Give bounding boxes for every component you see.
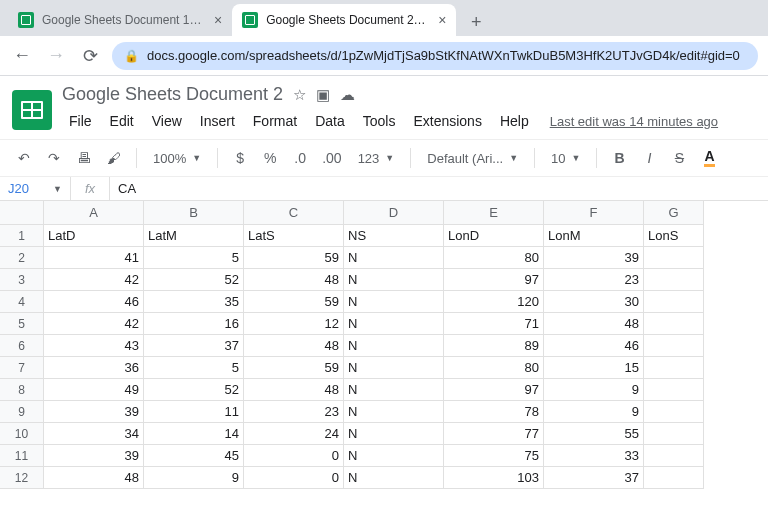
data-cell[interactable]: [644, 357, 704, 379]
strike-button[interactable]: S: [667, 145, 691, 171]
data-cell[interactable]: [644, 445, 704, 467]
data-cell[interactable]: N: [344, 379, 444, 401]
data-cell[interactable]: [644, 379, 704, 401]
data-cell[interactable]: [644, 291, 704, 313]
row-header[interactable]: 5: [0, 313, 44, 335]
back-button[interactable]: ←: [10, 45, 34, 66]
sheets-logo[interactable]: [12, 90, 52, 130]
menu-data[interactable]: Data: [308, 109, 352, 133]
data-cell[interactable]: 5: [144, 357, 244, 379]
reload-button[interactable]: ⟳: [78, 45, 102, 67]
data-cell[interactable]: 75: [444, 445, 544, 467]
menu-insert[interactable]: Insert: [193, 109, 242, 133]
close-icon[interactable]: ×: [438, 12, 446, 28]
data-cell[interactable]: [644, 269, 704, 291]
data-cell[interactable]: 0: [244, 467, 344, 489]
data-cell[interactable]: [644, 335, 704, 357]
paint-format-button[interactable]: 🖌: [102, 145, 126, 171]
data-cell[interactable]: [644, 313, 704, 335]
data-cell[interactable]: 14: [144, 423, 244, 445]
data-cell[interactable]: N: [344, 313, 444, 335]
row-header[interactable]: 6: [0, 335, 44, 357]
data-cell[interactable]: [644, 423, 704, 445]
data-cell[interactable]: 48: [544, 313, 644, 335]
data-cell[interactable]: [644, 467, 704, 489]
menu-help[interactable]: Help: [493, 109, 536, 133]
data-cell[interactable]: 59: [244, 357, 344, 379]
undo-button[interactable]: ↶: [12, 145, 36, 171]
column-header[interactable]: F: [544, 201, 644, 225]
data-cell[interactable]: 23: [244, 401, 344, 423]
decrease-decimal-button[interactable]: .0: [288, 145, 312, 171]
row-header[interactable]: 12: [0, 467, 44, 489]
data-cell[interactable]: 52: [144, 269, 244, 291]
data-cell[interactable]: LonD: [444, 225, 544, 247]
data-cell[interactable]: 80: [444, 247, 544, 269]
redo-button[interactable]: ↷: [42, 145, 66, 171]
data-cell[interactable]: N: [344, 269, 444, 291]
data-cell[interactable]: 0: [244, 445, 344, 467]
text-color-button[interactable]: A: [697, 145, 721, 171]
data-cell[interactable]: 30: [544, 291, 644, 313]
data-cell[interactable]: 52: [144, 379, 244, 401]
data-cell[interactable]: LonS: [644, 225, 704, 247]
data-cell[interactable]: 103: [444, 467, 544, 489]
row-header[interactable]: 10: [0, 423, 44, 445]
data-cell[interactable]: 59: [244, 247, 344, 269]
data-cell[interactable]: 39: [544, 247, 644, 269]
star-icon[interactable]: ☆: [293, 86, 306, 104]
spreadsheet-grid[interactable]: ABCDEFG1LatDLatMLatSNSLonDLonMLonS241559…: [0, 201, 768, 489]
currency-button[interactable]: $: [228, 145, 252, 171]
data-cell[interactable]: [644, 401, 704, 423]
data-cell[interactable]: 11: [144, 401, 244, 423]
print-button[interactable]: 🖶: [72, 145, 96, 171]
row-header[interactable]: 1: [0, 225, 44, 247]
data-cell[interactable]: 89: [444, 335, 544, 357]
data-cell[interactable]: 46: [44, 291, 144, 313]
data-cell[interactable]: 77: [444, 423, 544, 445]
row-header[interactable]: 3: [0, 269, 44, 291]
data-cell[interactable]: 16: [144, 313, 244, 335]
data-cell[interactable]: 48: [244, 269, 344, 291]
row-header[interactable]: 2: [0, 247, 44, 269]
data-cell[interactable]: N: [344, 335, 444, 357]
data-cell[interactable]: 23: [544, 269, 644, 291]
row-header[interactable]: 11: [0, 445, 44, 467]
data-cell[interactable]: LatS: [244, 225, 344, 247]
font-select[interactable]: Default (Ari...▼: [421, 151, 524, 166]
data-cell[interactable]: 36: [44, 357, 144, 379]
percent-button[interactable]: %: [258, 145, 282, 171]
increase-decimal-button[interactable]: .00: [318, 145, 345, 171]
data-cell[interactable]: 9: [544, 379, 644, 401]
data-cell[interactable]: 46: [544, 335, 644, 357]
column-header[interactable]: C: [244, 201, 344, 225]
bold-button[interactable]: B: [607, 145, 631, 171]
menu-format[interactable]: Format: [246, 109, 304, 133]
data-cell[interactable]: 33: [544, 445, 644, 467]
data-cell[interactable]: 35: [144, 291, 244, 313]
data-cell[interactable]: [644, 247, 704, 269]
menu-view[interactable]: View: [145, 109, 189, 133]
menu-extensions[interactable]: Extensions: [406, 109, 488, 133]
data-cell[interactable]: N: [344, 291, 444, 313]
data-cell[interactable]: LatM: [144, 225, 244, 247]
column-header[interactable]: D: [344, 201, 444, 225]
data-cell[interactable]: N: [344, 401, 444, 423]
data-cell[interactable]: 48: [244, 335, 344, 357]
data-cell[interactable]: 59: [244, 291, 344, 313]
data-cell[interactable]: 37: [544, 467, 644, 489]
data-cell[interactable]: N: [344, 467, 444, 489]
last-edit-link[interactable]: Last edit was 14 minutes ago: [550, 114, 718, 129]
data-cell[interactable]: 41: [44, 247, 144, 269]
url-input[interactable]: 🔒 docs.google.com/spreadsheets/d/1pZwMjd…: [112, 42, 758, 70]
name-box[interactable]: J20▼: [0, 181, 70, 196]
menu-file[interactable]: File: [62, 109, 99, 133]
column-header[interactable]: A: [44, 201, 144, 225]
data-cell[interactable]: 78: [444, 401, 544, 423]
new-tab-button[interactable]: +: [462, 8, 490, 36]
column-header[interactable]: E: [444, 201, 544, 225]
data-cell[interactable]: 43: [44, 335, 144, 357]
data-cell[interactable]: N: [344, 423, 444, 445]
data-cell[interactable]: 39: [44, 445, 144, 467]
data-cell[interactable]: NS: [344, 225, 444, 247]
